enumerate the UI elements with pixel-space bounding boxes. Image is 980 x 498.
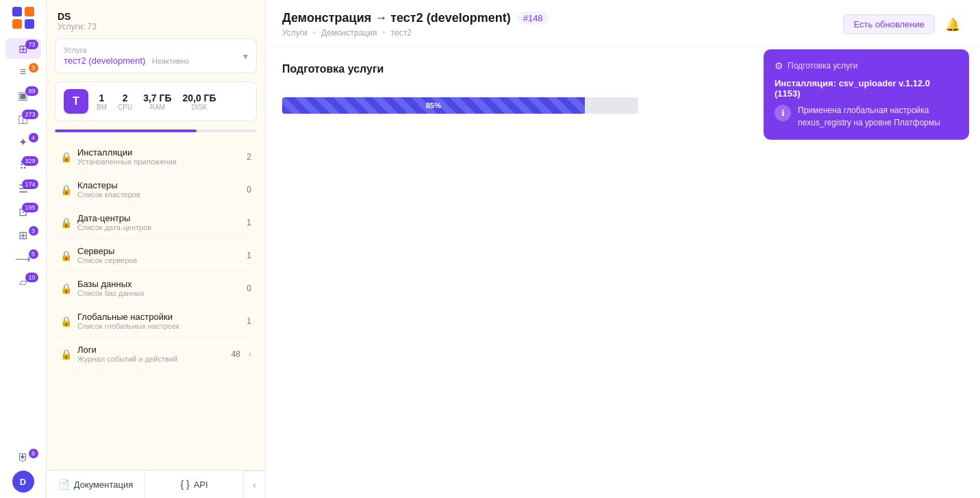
svg-rect-0 [12,7,22,16]
page-title: Демонстрация → тест2 (development) [282,11,511,25]
service-panel: DS Услуги: 73 Услуга тест2 (development)… [47,0,266,498]
menu-badge-clusters: 0 [238,185,251,195]
apps-badge: 329 [22,156,38,166]
vm-stat-ram-label: RAM [150,103,165,111]
app-logo [11,5,36,30]
list-badge: 174 [22,179,38,189]
vm-stat-disk-value: 20,0 ГБ [182,92,216,103]
service-count: Услуги: 73 [58,22,254,32]
sidebar-item-shield[interactable]: ⛨ 8 [5,447,41,468]
service-name: DS [58,11,254,22]
layers-badge: 3 [29,63,38,73]
main-content: Демонстрация → тест2 (development) #148 … [266,0,980,498]
service-selector[interactable]: Услуга тест2 (development) Неактивно ▾ [55,38,257,73]
sidebar-item-list[interactable]: ☰ 174 [5,178,41,199]
menu-subtitle-global-settings: Список глобальных настроек [77,322,232,330]
vm-info-bar: T 1 ВМ 2 CPU 3,7 ГБ RAM 20,0 ГБ DISK [55,82,257,121]
api-label: API [194,480,208,490]
sidebar-item-server[interactable]: ▣ 89 [5,85,41,105]
collapse-panel-button[interactable]: ‹ [243,471,265,498]
menu-item-databases[interactable]: 🔒 Базы данных Список баз данных 0 [55,272,257,305]
menu-item-logs[interactable]: 🔒 Логи Журнал событий и действий 48 › [55,338,257,371]
menu-badge-servers: 1 [238,251,251,260]
lock-icon-installations: 🔒 [60,151,72,162]
menu-title-databases: Базы данных [77,279,232,289]
menu-item-installations[interactable]: 🔒 Инсталляции Установленные приложения 2 [55,140,257,173]
menu-subtitle-logs: Журнал событий и действий [77,355,221,363]
update-button[interactable]: Есть обновление [843,14,935,34]
sidebar-item-layers[interactable]: ≡ 3 [5,62,41,82]
menu-subtitle-servers: Список серверов [77,256,232,264]
chevron-right-icon-logs: › [249,349,251,359]
lock-icon-global-settings: 🔒 [60,316,72,327]
menu-item-clusters[interactable]: 🔒 Кластеры Список кластеров 0 [55,173,257,206]
info-icon: ℹ [775,105,791,121]
menu-text-datacenters: Дата-центры Список дата-центров [77,213,232,232]
menu-title-servers: Серверы [77,246,232,256]
sidebar-item-monitor[interactable]: ▱ 10 [5,271,41,292]
notification-header-left: ⚙ Подготовка услуги [775,60,857,71]
flow-badge: 5 [29,249,38,259]
vm-progress-bar [55,129,257,132]
service-selector-value: тест2 (development) [64,55,145,66]
vm-stat-cpu-label: CPU [118,103,132,111]
menu-title-logs: Логи [77,345,221,355]
menu-title-installations: Инсталляции [77,147,232,158]
vm-stat-cpu-value: 2 [123,92,128,103]
progress-bar-fill: 85% [282,97,585,114]
monitor-badge: 10 [25,273,38,282]
vm-stat-ram-value: 3,7 ГБ [143,92,171,103]
settings-badge: 4 [29,133,38,142]
api-button[interactable]: { } API [145,471,243,498]
breadcrumb-sep2: • [382,28,385,38]
sidebar-item-grid2[interactable]: ⊡ 195 [5,201,41,222]
lock-icon-databases: 🔒 [60,283,72,294]
svg-rect-2 [12,19,22,29]
progress-label: 85% [426,101,441,110]
sidebar-item-database[interactable]: ◫ 273 [5,108,41,129]
table-badge: 3 [29,226,38,236]
progress-bar: 85% [282,97,638,114]
menu-list: 🔒 Инсталляции Установленные приложения 2… [47,140,265,470]
lock-icon-servers: 🔒 [60,250,72,261]
menu-item-servers[interactable]: 🔒 Серверы Список серверов 1 [55,239,257,272]
bottom-bar: 📄 Документация { } API ‹ [47,470,265,498]
menu-title-global-settings: Глобальные настройки [77,312,232,322]
menu-badge-datacenters: 1 [238,218,251,227]
lock-icon-datacenters: 🔒 [60,217,72,228]
sidebar-item-services[interactable]: ⊞ 73 [5,38,41,59]
sidebar-item-settings[interactable]: ✦ 4 [5,132,41,152]
breadcrumb-demo: Демонстрация [321,28,377,38]
chevron-down-icon: ▾ [243,51,248,62]
header-left: Демонстрация → тест2 (development) #148 … [282,11,549,38]
vm-stat-cpu: 2 CPU [118,92,132,111]
sidebar-item-table[interactable]: ⊞ 3 [5,225,41,245]
service-selector-info: Услуга тест2 (development) Неактивно [64,46,189,66]
bell-icon[interactable]: 🔔 [942,14,964,36]
vm-stats: 1 ВМ 2 CPU 3,7 ГБ RAM 20,0 ГБ DISK [97,92,248,111]
service-selector-status: Неактивно [152,57,189,65]
breadcrumb-env: тест2 [391,28,412,38]
vm-progress-fill [55,129,197,132]
page-title-id: #148 [518,12,549,25]
menu-text-global-settings: Глобальные настройки Список глобальных н… [77,312,232,330]
menu-item-global-settings[interactable]: 🔒 Глобальные настройки Список глобальных… [55,305,257,338]
notification-install-title: Инсталляция: csv_uploader v.1.12.0 (1153… [775,78,958,99]
lock-icon-clusters: 🔒 [60,184,72,195]
menu-item-datacenters[interactable]: 🔒 Дата-центры Список дата-центров 1 [55,206,257,239]
vm-stat-disk-label: DISK [191,103,207,111]
svg-rect-3 [25,19,34,29]
api-icon: { } [180,479,189,490]
sidebar-item-apps[interactable]: ⠿ 329 [5,155,41,175]
header-right: Есть обновление 🔔 [843,14,964,36]
user-avatar[interactable]: D [12,471,34,493]
services-badge: 73 [25,40,38,49]
sidebar-item-flow[interactable]: ⟶ 5 [5,248,41,269]
service-selector-label: Услуга [64,46,189,54]
notification-info-row: ℹ Применена глобальная настройка nexus_r… [775,104,958,129]
notification-popup: ⚙ Подготовка услуги Инсталляция: csv_upl… [764,49,969,140]
menu-text-clusters: Кластеры Список кластеров [77,180,232,199]
grid2-badge: 195 [22,203,38,212]
breadcrumb-sep1: • [313,28,316,38]
documentation-button[interactable]: 📄 Документация [47,471,145,498]
